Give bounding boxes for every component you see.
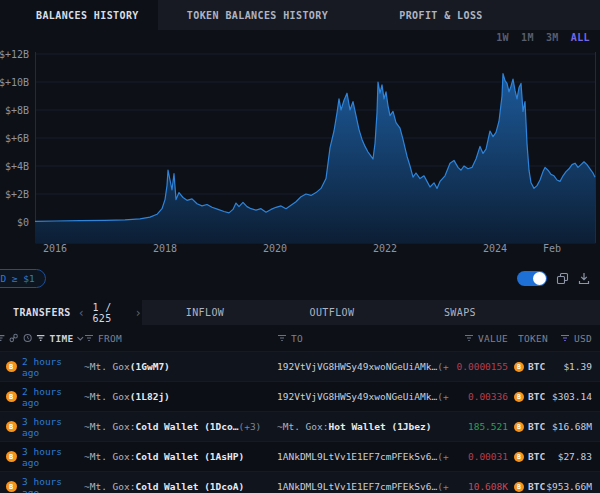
token-symbol: BTC [528,481,545,492]
value-amount: 0.00336 [468,391,508,402]
to-address[interactable]: 1ANkDML9LtVv1E1EF7cmPFEkSv6… (+1) [277,451,449,462]
link-icon[interactable] [9,333,18,343]
bitcoin-chain-icon: B [6,481,17,492]
entity-name: Mt. Gox [90,361,130,372]
page-indicator: 1 / 625 [92,302,127,324]
token-symbol: BTC [528,391,545,402]
address-extra: (+1) [437,361,449,372]
clock-icon[interactable] [23,333,32,343]
transfers-label: TRANSFERS [13,307,71,318]
tx-time-link[interactable]: 3 hours ago [22,446,84,468]
wallet-label: Cold Wallet (1Dco… [136,421,239,432]
token-cell: BBTC [508,421,545,432]
btc-token-icon: B [514,452,524,462]
token-cell: BBTC [508,481,545,492]
svg-text:2022: 2022 [373,243,397,254]
btc-token-icon: B [514,422,524,432]
address-text: 1ANkDML9LtVv1E1EF7cmPFEkSv6… [277,451,437,462]
tab-swaps[interactable]: SWAPS [396,300,524,325]
btc-token-icon: B [514,392,524,402]
tx-time-link[interactable]: 3 hours ago [22,476,84,493]
value-column-header[interactable]: VALUE [449,333,508,344]
tab-profit-loss[interactable]: PROFIT & LOSS [357,0,525,30]
svg-text:$+4B: $+4B [5,161,29,172]
from-address[interactable]: ~ Mt. Gox: Cold Wallet (1Dco…(+3) [84,421,277,432]
to-column-header[interactable]: TO [277,333,449,344]
address-text: 192VtVjVG8HWSy49xwoNGeUiAMk… [277,391,437,402]
filter-icon[interactable] [0,333,5,343]
filter-icon[interactable] [464,333,474,343]
filter-icon[interactable] [36,333,45,343]
value-amount: 0.0000155 [457,361,508,372]
tab-inflow[interactable]: INFLOW [142,300,268,325]
svg-text:$+12B: $+12B [0,49,29,60]
bitcoin-chain-icon: B [6,421,17,432]
column-label-usd: USD [574,333,592,344]
filter-icon[interactable] [277,333,287,343]
entity-name: Mt. Gox: [90,481,136,492]
table-row: B 3 hours ago ~ Mt. Gox: Cold Wallet (1A… [0,441,600,471]
download-icon[interactable] [578,272,590,285]
usd-column-header[interactable]: USD [545,333,600,344]
from-address[interactable]: ~ Mt. Gox: Cold Wallet (1DcoA) [84,481,277,492]
tab-balances-history[interactable]: BALANCES HISTORY [0,0,158,30]
page-next-icon[interactable]: › [134,306,142,320]
token-cell: BBTC [508,451,545,462]
tx-time-link[interactable]: 2 hours ago [22,386,84,408]
from-address[interactable]: ~ Mt. Gox (1L82j) [84,391,277,402]
btc-token-icon: B [514,482,524,492]
from-column-header[interactable]: FROM [84,333,277,344]
svg-text:2016: 2016 [43,243,67,254]
to-address[interactable]: 192VtVjVG8HWSy49xwoNGeUiAMk… (+1) [277,361,449,372]
tx-time-link[interactable]: 2 hours ago [22,356,84,378]
chart-action-icons [517,271,600,286]
tab-outflow[interactable]: OUTFLOW [268,300,396,325]
usd-amount: $27.83 [545,451,600,462]
range-1w-button[interactable]: 1W [496,32,509,43]
usd-amount: $953.66M [545,481,600,492]
token-cell: BBTC [508,361,545,372]
token-symbol: BTC [528,421,545,432]
top-tab-bar: BALANCES HISTORY TOKEN BALANCES HISTORY … [0,0,600,30]
to-address[interactable]: ~ Mt. Gox: Hot Wallet (1Jbez) [277,421,449,432]
to-address[interactable]: 1ANkDML9LtVv1E1EF7cmPFEkSv6… (+1) [277,481,449,492]
copy-icon[interactable] [556,272,569,285]
range-1m-button[interactable]: 1M [521,32,534,43]
address-text: 192VtVjVG8HWSy49xwoNGeUiAMk… [277,361,437,372]
value-amount: 0.00031 [468,451,508,462]
transfers-table-body: B 2 hours ago ~ Mt. Gox (1GwM7) 192VtVjV… [0,351,600,493]
usd-amount: $303.14 [545,391,600,402]
column-label-from: FROM [98,333,122,344]
filter-icon[interactable] [84,333,94,343]
token-column-header[interactable]: TOKEN [508,333,545,344]
to-address[interactable]: 192VtVjVG8HWSy49xwoNGeUiAMk… (+1) [277,391,449,402]
usd-filter-chip[interactable]: USD ≥ $1 [0,269,46,288]
entity-name: Mt. Gox: [283,421,329,432]
token-cell: BBTC [508,391,545,402]
svg-text:2024: 2024 [483,243,507,254]
column-label-time: TIME [49,333,73,344]
bitcoin-chain-icon: B [6,451,17,462]
from-address[interactable]: ~ Mt. Gox: Cold Wallet (1AsHP) [84,451,277,462]
value-amount: 10.608K [468,481,508,492]
filter-icon-active[interactable] [560,333,570,343]
tab-token-balances-history[interactable]: TOKEN BALANCES HISTORY [158,0,357,30]
page-prev-icon[interactable]: ‹ [78,306,86,320]
svg-text:$+10B: $+10B [0,77,29,88]
token-symbol: BTC [528,451,545,462]
range-all-button[interactable]: ALL [571,32,590,43]
address-text: 1ANkDML9LtVv1E1EF7cmPFEkSv6… [277,481,437,492]
wallet-dashboard: BALANCES HISTORY TOKEN BALANCES HISTORY … [0,0,600,493]
toggle-knob [533,272,546,285]
svg-text:$+2B: $+2B [5,189,29,200]
range-3m-button[interactable]: 3M [546,32,559,43]
from-address[interactable]: ~ Mt. Gox (1GwM7) [84,361,277,372]
time-column-header[interactable]: TIME [0,333,84,344]
chart-toggle[interactable] [517,271,547,286]
tab-transfers[interactable]: TRANSFERS ‹ 1 / 625 › [0,300,142,325]
tx-time-link[interactable]: 3 hours ago [22,416,84,438]
transfers-tab-bar: TRANSFERS ‹ 1 / 625 › INFLOW OUTFLOW SWA… [0,300,600,325]
bitcoin-chain-icon: B [6,361,17,372]
transfers-table-header: TIME FROM TO VALUE TO [0,325,600,351]
table-row: B 2 hours ago ~ Mt. Gox (1L82j) 192VtVjV… [0,381,600,411]
